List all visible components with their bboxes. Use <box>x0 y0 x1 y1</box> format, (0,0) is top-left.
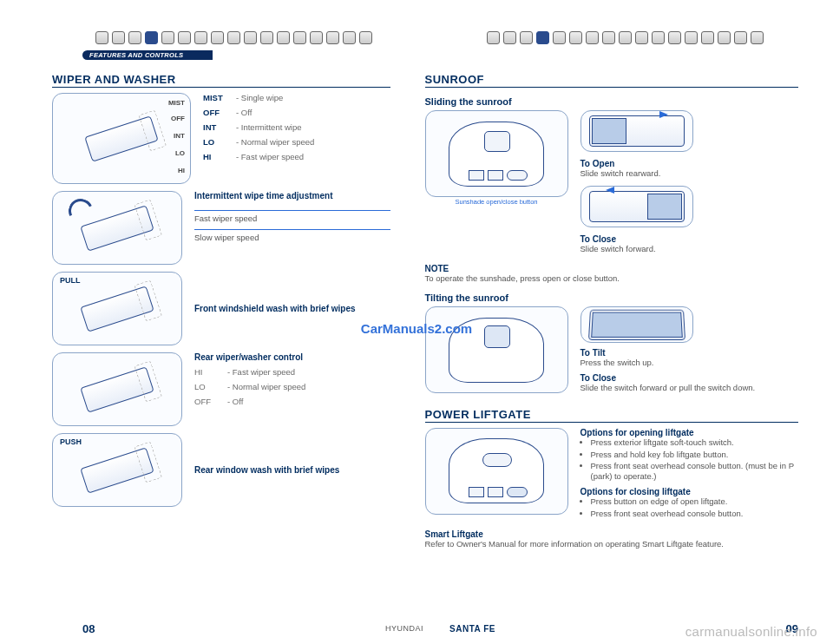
term-lo: LO <box>203 137 231 147</box>
wiper-stalk-icon <box>80 447 154 493</box>
overhead-console-icon <box>449 122 544 187</box>
right-column: SUNROOF Sliding the sunroof Sunshade ope… <box>425 26 799 627</box>
top-icon <box>112 31 125 44</box>
top-icon <box>161 31 174 44</box>
rear-lo-term: LO <box>194 382 222 391</box>
liftgate-console-illustration <box>425 428 568 515</box>
sunroof-panel-icon <box>589 191 685 222</box>
list-item: Press button on edge of open liftgate. <box>591 496 799 507</box>
to-tilt-label: To Tilt <box>580 348 799 358</box>
top-icon <box>553 31 566 44</box>
to-open-label: To Open <box>580 159 799 168</box>
top-icon <box>751 31 764 44</box>
rear-row: Rear wiper/washer control HI- Fast wiper… <box>52 352 390 426</box>
stalk-label-int: INT <box>174 132 185 140</box>
top-icon <box>734 31 747 44</box>
stalk-label-off: OFF <box>171 115 185 122</box>
pull-illustration: PULL <box>52 272 182 345</box>
top-icon <box>128 31 141 44</box>
sliding-note-label: NOTE <box>425 264 449 273</box>
desc-int: - Intermittent wipe <box>236 122 302 132</box>
intermittent-row: Intermittent wipe time adjustment Fast w… <box>52 191 390 265</box>
list-item: Press and hold key fob liftgate button. <box>591 450 799 460</box>
tilt-close-label: To Close <box>580 373 799 383</box>
page-number-left: 08 <box>82 622 95 635</box>
top-icon <box>310 31 323 44</box>
wiper-modes-defs: MIST- Single wipe OFF- Off INT- Intermit… <box>203 93 390 184</box>
term-off: OFF <box>203 108 231 117</box>
to-close-desc: Slide switch forward. <box>580 244 799 254</box>
wiper-stalk-icon <box>80 286 154 332</box>
sunroof-tilt-icon <box>587 310 685 340</box>
wiper-stalk-icon <box>80 366 154 412</box>
tilt-close-desc: Slide the switch forward or pull the swi… <box>580 383 799 393</box>
intermittent-slow: Slow wiper speed <box>194 229 390 243</box>
to-close-label: To Close <box>580 234 799 244</box>
push-row: PUSH Rear window wash with brief wipes <box>52 433 390 507</box>
smart-liftgate-text: Refer to Owner's Manual for more informa… <box>425 539 799 549</box>
sunshade-callout: Sunshade open/close button <box>455 199 537 206</box>
console-liftgate-btn <box>507 170 528 181</box>
top-icon <box>652 31 665 44</box>
category-bar: FEATURES AND CONTROLS <box>82 50 213 60</box>
top-icon <box>685 31 698 44</box>
intermittent-fast: Fast wiper speed <box>194 210 390 224</box>
list-item: Press front seat overhead console button… <box>591 509 799 519</box>
top-icon-active <box>145 31 158 44</box>
pull-desc-box: Front windshield wash with brief wipes <box>194 272 390 345</box>
push-illustration: PUSH <box>52 433 182 507</box>
close-options-list: Press button on edge of open liftgate. P… <box>580 496 799 519</box>
brand-label: HYUNDAI <box>385 624 423 634</box>
intermittent-title: Intermittent wipe time adjustment <box>194 191 390 201</box>
top-icon <box>244 31 257 44</box>
smart-liftgate-title: Smart Liftgate <box>425 529 799 539</box>
top-icon <box>520 31 533 44</box>
stalk-label-mist: MIST <box>168 99 185 107</box>
push-desc-box: Rear window wash with brief wipes <box>194 433 390 507</box>
stalk-label-hi: HI <box>178 167 185 174</box>
model-label: SANTA FE <box>449 624 495 634</box>
top-icon-strip-left <box>95 31 372 44</box>
term-mist: MIST <box>203 93 231 102</box>
sunroof-open-illustration <box>580 110 693 152</box>
rear-hi-desc: - Fast wiper speed <box>227 367 295 377</box>
pull-row: PULL Front windshield wash with brief wi… <box>52 272 390 345</box>
top-icon <box>701 31 714 44</box>
top-icon <box>487 31 500 44</box>
top-icon <box>718 31 731 44</box>
open-options-title: Options for opening liftgate <box>580 428 799 437</box>
intermittent-illustration <box>52 191 182 265</box>
sunroof-panel-icon <box>589 115 685 147</box>
top-icon <box>569 31 582 44</box>
tilting-row: To Tilt Press the switch up. To Close Sl… <box>425 306 799 394</box>
open-options-list: Press exterior liftgate soft-touch switc… <box>580 437 799 483</box>
top-icon <box>260 31 273 44</box>
sunroof-switch-icon <box>484 325 510 348</box>
desc-off: - Off <box>236 108 252 117</box>
push-desc: Rear window wash with brief wipes <box>194 465 390 476</box>
list-item: Press front seat overhead console button… <box>591 461 799 482</box>
push-label: PUSH <box>60 437 82 446</box>
overhead-console-icon <box>449 438 544 503</box>
liftgate-row: Options for opening liftgate Press exter… <box>425 428 799 521</box>
top-icon-strip-right <box>487 31 764 44</box>
console-close-btn <box>488 170 503 181</box>
term-hi: HI <box>203 152 231 161</box>
to-tilt-desc: Press the switch up. <box>580 358 799 368</box>
sunroof-close-illustration <box>580 186 693 227</box>
top-icon <box>619 31 632 44</box>
top-icon <box>359 31 372 44</box>
console-open-btn <box>469 170 484 181</box>
to-open-desc: Slide switch rearward. <box>580 168 799 179</box>
stalk-label-lo: LO <box>175 149 185 157</box>
overhead-console-icon <box>449 318 544 383</box>
list-item: Press exterior liftgate soft-touch switc… <box>591 437 799 448</box>
wiper-stalk-illustration: MIST OFF INT LO HI <box>52 93 191 184</box>
left-column: WIPER AND WASHER MIST OFF INT LO HI MIST… <box>52 26 390 627</box>
console-liftgate-btn <box>482 453 512 467</box>
rear-lo-desc: - Normal wiper speed <box>227 382 305 391</box>
top-icon <box>194 31 207 44</box>
site-watermark: carmanualsonline.info <box>685 624 817 639</box>
top-icon <box>293 31 306 44</box>
top-icon <box>227 31 240 44</box>
